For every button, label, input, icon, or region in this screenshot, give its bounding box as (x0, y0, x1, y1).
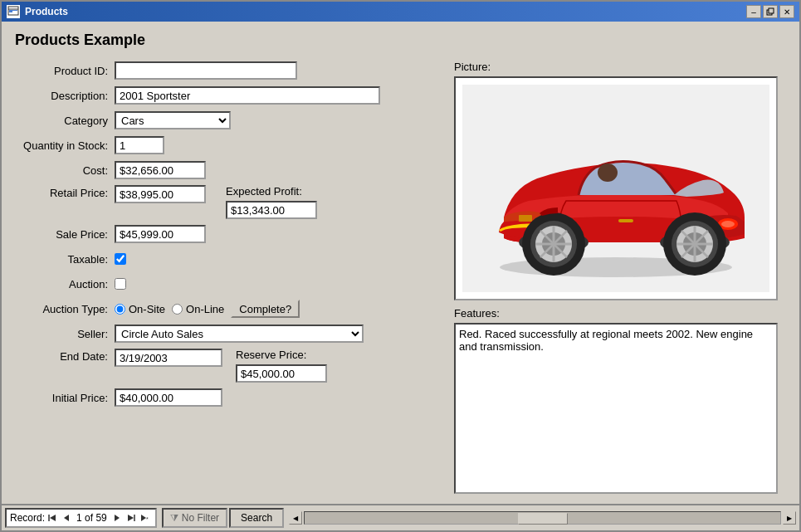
svg-marker-36 (128, 515, 134, 521)
quantity-label: Quantity in Stock: (15, 139, 115, 152)
product-id-label: Product ID: (15, 65, 115, 77)
no-filter-indicator: ⧩ No Filter (162, 508, 227, 528)
car-image (462, 85, 769, 292)
expected-profit-label: Expected Profit: (226, 185, 317, 198)
scroll-left-button[interactable]: ◀ (289, 511, 302, 525)
description-label: Description: (15, 90, 115, 102)
initial-price-label: Initial Price: (15, 392, 115, 404)
sale-row: Sale Price: (15, 224, 437, 244)
nav-first-button[interactable] (46, 514, 60, 522)
reserve-price-input[interactable] (236, 364, 327, 383)
radio-online-label: On-Line (172, 303, 224, 315)
title-bar: Products – ✕ (2, 2, 799, 22)
svg-rect-3 (9, 10, 17, 11)
minimize-button[interactable]: – (746, 5, 761, 18)
sale-input[interactable] (115, 225, 206, 243)
auction-checkbox[interactable] (115, 278, 126, 290)
picture-section: Picture: (454, 61, 786, 300)
end-date-label: End Date: (15, 349, 115, 363)
main-window: Products – ✕ Products Example Product (0, 0, 801, 532)
sale-label: Sale Price: (15, 228, 115, 241)
cost-input[interactable] (115, 161, 206, 179)
expected-profit-input[interactable] (226, 201, 317, 219)
retail-row: Retail Price: Expected Profit: (15, 185, 437, 219)
record-display: 1 of 59 (73, 512, 110, 524)
radio-onsite-text: On-Site (129, 303, 165, 315)
form-right: Picture: (454, 61, 786, 494)
reserve-price-label: Reserve Price: (236, 349, 327, 361)
quantity-row: Quantity in Stock: (15, 135, 437, 155)
funnel-icon: ⧩ (170, 512, 178, 524)
complete-button[interactable]: Complete? (231, 300, 300, 318)
auction-row: Auction: (15, 274, 437, 294)
cost-row: Cost: (15, 160, 437, 180)
restore-button[interactable] (763, 5, 778, 18)
title-bar-left: Products (7, 5, 68, 18)
features-textarea[interactable]: Red. Raced successfully at regional meet… (454, 323, 778, 494)
radio-onsite[interactable] (115, 304, 125, 315)
svg-rect-5 (769, 8, 774, 13)
description-row: Description: (15, 85, 437, 105)
radio-online[interactable] (172, 304, 183, 315)
svg-rect-30 (519, 215, 532, 222)
title-controls: – ✕ (746, 5, 794, 18)
no-filter-text: No Filter (182, 512, 219, 524)
end-date-input[interactable] (115, 349, 222, 367)
radio-onsite-label: On-Site (115, 303, 165, 315)
window-title: Products (25, 6, 68, 17)
search-button[interactable]: Search (229, 508, 284, 528)
end-date-row: End Date: Reserve Price: (15, 349, 437, 383)
taxable-row: Taxable: (15, 249, 437, 269)
window-icon (7, 5, 20, 18)
nav-prev-button[interactable] (61, 514, 71, 522)
category-row: Category Cars Trucks Motorcycles Boats (15, 110, 437, 130)
scroll-thumb[interactable] (518, 513, 568, 525)
retail-input[interactable] (115, 185, 206, 203)
record-prefix: Record: (10, 512, 45, 524)
form-area: Products Example Product ID: Description… (2, 22, 799, 504)
scroll-right-button[interactable]: ▶ (783, 511, 796, 525)
close-button[interactable]: ✕ (779, 5, 794, 18)
quantity-input[interactable] (115, 136, 164, 154)
description-input[interactable] (115, 86, 380, 105)
initial-price-input[interactable] (115, 388, 222, 407)
cost-label: Cost: (15, 164, 115, 177)
nav-last-button[interactable] (124, 514, 137, 522)
category-label: Category (15, 115, 115, 127)
nav-next-button[interactable] (112, 514, 122, 522)
taxable-checkbox[interactable] (115, 253, 126, 265)
features-section: Features: Red. Raced successfully at reg… (454, 307, 786, 494)
svg-point-9 (721, 221, 735, 227)
form-body: Product ID: Description: Category Cars T… (15, 61, 786, 494)
picture-label: Picture: (454, 61, 786, 73)
main-content: Products Example Product ID: Description… (2, 22, 799, 530)
svg-marker-34 (115, 515, 120, 521)
svg-point-29 (598, 164, 618, 182)
record-nav: Record: 1 of 59 * (5, 508, 157, 528)
retail-label: Retail Price: (15, 185, 115, 199)
scrollbar-area: ◀ ▶ (289, 511, 796, 525)
auction-type-row: Auction Type: On-Site On-Line Complete? (15, 299, 437, 319)
radio-online-text: On-Line (186, 303, 224, 315)
features-label: Features: (454, 307, 786, 320)
svg-marker-32 (50, 515, 56, 521)
svg-text:*: * (146, 516, 149, 522)
category-select[interactable]: Cars Trucks Motorcycles Boats (115, 111, 231, 129)
auction-label: Auction: (15, 278, 115, 290)
auction-type-controls: On-Site On-Line Complete? (115, 300, 300, 318)
initial-price-row: Initial Price: (15, 388, 437, 408)
product-id-row: Product ID: (15, 61, 437, 81)
page-title: Products Example (15, 32, 786, 49)
seller-select[interactable]: Circle Auto Sales John Doe ABC Motors (115, 325, 364, 343)
svg-rect-10 (618, 219, 633, 222)
auction-type-label: Auction Type: (15, 303, 115, 315)
taxable-label: Taxable: (15, 253, 115, 266)
picture-box (454, 76, 778, 300)
form-left: Product ID: Description: Category Cars T… (15, 61, 437, 494)
svg-marker-33 (64, 515, 69, 521)
product-id-input[interactable] (115, 61, 297, 80)
scroll-track[interactable] (304, 511, 781, 525)
seller-label: Seller: (15, 328, 115, 340)
seller-row: Seller: Circle Auto Sales John Doe ABC M… (15, 324, 437, 344)
nav-new-button[interactable]: * (139, 514, 152, 522)
